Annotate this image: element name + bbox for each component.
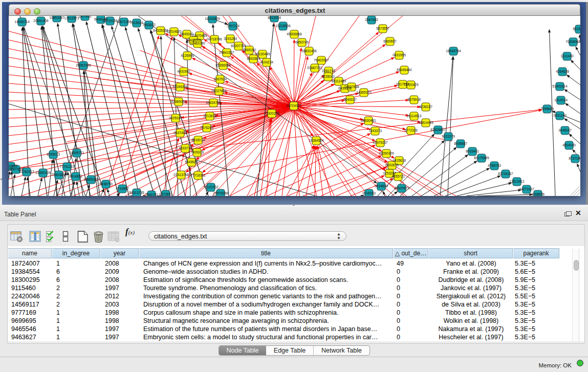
- svg-text:0837407: 0837407: [173, 131, 187, 135]
- svg-text:04718746: 04718746: [207, 37, 222, 41]
- svg-text:7990751: 7990751: [145, 193, 158, 196]
- svg-text:2281718: 2281718: [322, 69, 335, 73]
- svg-text:6565150: 6565150: [243, 48, 256, 52]
- svg-text:70658948: 70658948: [565, 40, 580, 43]
- svg-text:49306668: 49306668: [287, 32, 302, 36]
- svg-text:8737167: 8737167: [569, 157, 580, 160]
- svg-text:85356068: 85356068: [215, 63, 231, 67]
- svg-text:82828807: 82828807: [430, 128, 446, 132]
- svg-text:8058887: 8058887: [454, 142, 467, 145]
- svg-text:4264628: 4264628: [556, 70, 569, 73]
- svg-text:0239042: 0239042: [321, 75, 335, 78]
- svg-text:19218506: 19218506: [275, 24, 291, 28]
- svg-text:5449920: 5449920: [185, 160, 198, 164]
- svg-text:26114913: 26114913: [407, 114, 422, 118]
- svg-text:24273167: 24273167: [519, 187, 534, 191]
- svg-text:8818174: 8818174: [191, 138, 205, 142]
- svg-text:80175989: 80175989: [474, 156, 489, 160]
- svg-text:09260309: 09260309: [379, 151, 394, 155]
- svg-text:20691406: 20691406: [33, 19, 49, 23]
- svg-text:21590109: 21590109: [35, 171, 51, 174]
- svg-text:20053346: 20053346: [76, 63, 91, 67]
- svg-text:4431982: 4431982: [177, 70, 190, 73]
- svg-text:41979237: 41979237: [373, 141, 388, 144]
- svg-text:3268656: 3268656: [531, 192, 545, 196]
- svg-text:76122202: 76122202: [203, 185, 219, 189]
- svg-text:7058649: 7058649: [540, 107, 554, 111]
- svg-text:8033401: 8033401: [466, 149, 479, 153]
- svg-text:4126906: 4126906: [181, 54, 194, 57]
- svg-text:82889093: 82889093: [171, 100, 186, 103]
- svg-text:16033809: 16033809: [205, 17, 220, 20]
- svg-text:38885393: 38885393: [83, 178, 99, 181]
- svg-text:16671355: 16671355: [116, 20, 132, 24]
- svg-text:6372651: 6372651: [159, 192, 172, 196]
- svg-text:72720429: 72720429: [403, 83, 419, 86]
- svg-text:5575918: 5575918: [407, 98, 421, 101]
- svg-text:93814449: 93814449: [418, 121, 433, 124]
- svg-text:61760313: 61760313: [19, 170, 34, 173]
- svg-text:18724007: 18724007: [286, 104, 301, 107]
- svg-text:15300273: 15300273: [264, 112, 279, 115]
- svg-text:10719155: 10719155: [102, 19, 118, 23]
- svg-text:16648784: 16648784: [446, 49, 461, 53]
- svg-text:72803852: 72803852: [51, 173, 67, 177]
- svg-text:65630481: 65630481: [361, 119, 376, 122]
- svg-text:01687731: 01687731: [307, 66, 322, 70]
- svg-text:77718341: 77718341: [190, 173, 206, 177]
- svg-text:60207764: 60207764: [231, 44, 246, 48]
- svg-text:1419314: 1419314: [554, 98, 568, 102]
- svg-text:0431955: 0431955: [393, 53, 406, 57]
- svg-text:5873557: 5873557: [376, 27, 389, 30]
- svg-text:29975288: 29975288: [213, 191, 228, 195]
- svg-text:0018263: 0018263: [362, 191, 376, 195]
- svg-text:6338750: 6338750: [99, 182, 113, 186]
- svg-text:51313735: 51313735: [129, 191, 144, 194]
- svg-text:1311440: 1311440: [560, 54, 574, 58]
- svg-text:4104234: 4104234: [260, 60, 273, 64]
- svg-text:9022279: 9022279: [442, 135, 455, 138]
- svg-text:6236107: 6236107: [419, 105, 432, 108]
- svg-text:51402614: 51402614: [552, 84, 568, 88]
- svg-text:5515058: 5515058: [573, 27, 580, 31]
- svg-text:17612573: 17612573: [64, 16, 79, 20]
- svg-text:08227654: 08227654: [211, 89, 227, 93]
- svg-text:57249208: 57249208: [172, 85, 188, 89]
- svg-text:22470455: 22470455: [192, 34, 207, 37]
- svg-text:3191284: 3191284: [224, 37, 237, 40]
- svg-text:7663822: 7663822: [142, 23, 156, 27]
- svg-text:1415618: 1415618: [393, 159, 406, 162]
- svg-text:59045440: 59045440: [397, 68, 412, 72]
- svg-text:1067924: 1067924: [213, 77, 227, 81]
- svg-text:7576283: 7576283: [200, 126, 213, 129]
- svg-text:17483380: 17483380: [190, 41, 205, 45]
- svg-text:56130445: 56130445: [255, 52, 270, 56]
- svg-text:6002675: 6002675: [385, 163, 399, 167]
- svg-text:4655721: 4655721: [391, 174, 405, 178]
- svg-text:4743957: 4743957: [116, 187, 129, 190]
- svg-text:8414852: 8414852: [69, 174, 82, 178]
- svg-text:19384554: 19384554: [309, 139, 324, 142]
- svg-text:6360607: 6360607: [383, 39, 397, 43]
- svg-text:6772326: 6772326: [404, 128, 418, 132]
- svg-text:48620579: 48620579: [394, 186, 409, 190]
- svg-text:83726167: 83726167: [498, 172, 513, 176]
- svg-text:6691564: 6691564: [247, 57, 260, 60]
- svg-text:02014620: 02014620: [166, 30, 182, 33]
- svg-text:13613412: 13613412: [509, 180, 525, 183]
- svg-text:7357224: 7357224: [226, 24, 239, 28]
- svg-text:0831240: 0831240: [553, 114, 567, 117]
- svg-text:8159013: 8159013: [47, 152, 60, 156]
- svg-text:77741215: 77741215: [59, 165, 75, 168]
- svg-text:7409319: 7409319: [190, 150, 204, 154]
- svg-text:7343373: 7343373: [368, 129, 382, 133]
- svg-text:3448347: 3448347: [558, 128, 572, 132]
- svg-text:4504000: 4504000: [562, 143, 576, 147]
- svg-text:86111489: 86111489: [332, 79, 346, 83]
- svg-text:2213878: 2213878: [203, 114, 216, 118]
- svg-text:74537838: 74537838: [344, 85, 359, 89]
- svg-text:29841537: 29841537: [219, 51, 234, 54]
- svg-text:0640037: 0640037: [343, 98, 357, 101]
- svg-text:76402067: 76402067: [314, 58, 329, 62]
- svg-text:14365370: 14365370: [356, 91, 372, 94]
